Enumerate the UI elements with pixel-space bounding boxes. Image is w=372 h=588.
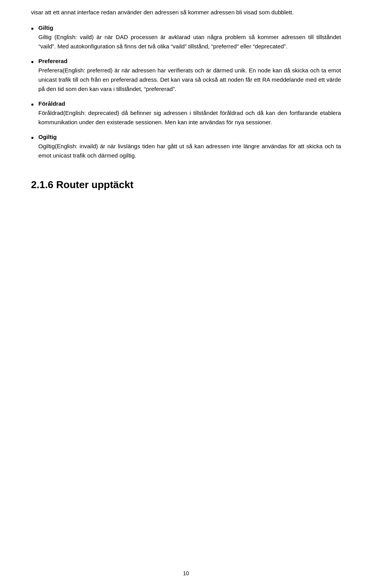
- bullet-dot-icon: •: [31, 98, 34, 111]
- bullet-content-giltig: Giltig Giltig (English: vaild) är när DA…: [38, 23, 341, 51]
- intro-paragraph: visar att ett annat interface redan anvä…: [31, 8, 341, 17]
- bullet-term-prefererad: Prefererad: [38, 58, 67, 64]
- bullet-content-prefererad: Prefererad Preferera(English: preferred)…: [38, 57, 341, 94]
- bullet-term-ogiltig: Ogiltig: [38, 134, 57, 140]
- bullet-dot-icon: •: [31, 22, 34, 35]
- list-item: • Föråldrad Föråldrad(English: deprecate…: [31, 99, 341, 127]
- page-container: visar att ett annat interface redan anvä…: [0, 0, 372, 588]
- bullet-content-foraldrad: Föråldrad Föråldrad(English: deprecated)…: [38, 99, 341, 127]
- bullet-dot-icon: •: [31, 132, 34, 144]
- bullet-dot-icon: •: [31, 56, 34, 68]
- section-heading-216: 2.1.6 Router upptäckt: [31, 179, 341, 191]
- content-area: visar att ett annat interface redan anvä…: [31, 0, 341, 191]
- page-number: 10: [183, 570, 189, 576]
- bullet-term-foraldrad: Föråldrad: [38, 100, 65, 107]
- bullet-content-ogiltig: Ogiltig Ogiltig(English: invaild) är när…: [38, 132, 341, 160]
- list-item: • Prefererad Preferera(English: preferre…: [31, 57, 341, 94]
- bullet-list: • Giltig Giltig (English: vaild) är när …: [31, 23, 341, 160]
- bullet-body-giltig: Giltig (English: vaild) är när DAD proce…: [38, 34, 341, 50]
- bullet-body-ogiltig: Ogiltig(English: invaild) är när livslän…: [38, 143, 341, 159]
- list-item: • Ogiltig Ogiltig(English: invaild) är n…: [31, 132, 341, 160]
- bullet-body-foraldrad: Föråldrad(English: deprecated) då befinn…: [38, 110, 341, 125]
- list-item: • Giltig Giltig (English: vaild) är när …: [31, 23, 341, 51]
- bullet-body-prefererad: Preferera(English: preferred) är när adr…: [38, 67, 341, 92]
- bullet-term-giltig: Giltig: [38, 24, 53, 31]
